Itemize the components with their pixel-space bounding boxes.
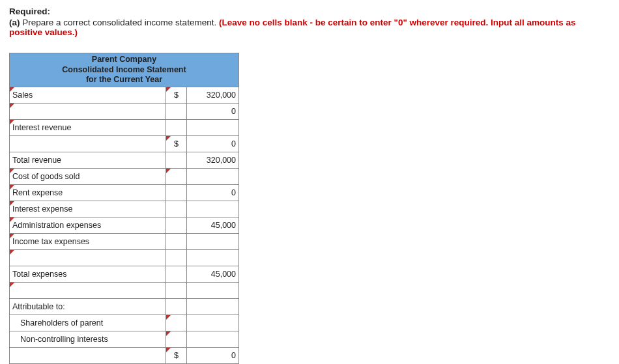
row-blank1-label[interactable] — [10, 103, 166, 119]
row-rent-expense-value[interactable]: 0 — [187, 184, 239, 201]
instruction-line: (a) Prepare a correct consolidated incom… — [9, 18, 610, 37]
row-final-currency[interactable]: $ — [166, 347, 187, 363]
row-interest-revenue-value[interactable] — [187, 119, 239, 135]
row-sales-value[interactable]: 320,000 — [187, 87, 239, 103]
row-attributable-currency — [166, 298, 187, 315]
row-total-expenses-value: 45,000 — [187, 266, 239, 282]
row-blank3-label[interactable] — [10, 249, 166, 266]
row-total-revenue-currency — [166, 152, 187, 168]
row-admin-expenses-label[interactable]: Administration expenses — [10, 217, 166, 233]
row-rent-expense-currency[interactable] — [166, 184, 187, 201]
row-blank4-label[interactable] — [10, 282, 166, 298]
income-statement-table: Parent Company Consolidated Income State… — [9, 53, 239, 364]
required-heading: Required: — [9, 7, 610, 16]
row-attributable-label: Attributable to: — [10, 298, 166, 315]
row-attributable-value — [187, 298, 239, 315]
row-income-tax-value[interactable] — [187, 233, 239, 249]
row-total-revenue-label: Total revenue — [10, 152, 166, 168]
row-admin-expenses-value[interactable]: 45,000 — [187, 217, 239, 233]
row-nci-currency[interactable] — [166, 331, 187, 347]
row-total-revenue-value: 320,000 — [187, 152, 239, 168]
row-interest-expense-currency[interactable] — [166, 201, 187, 217]
row-interest-expense-label[interactable]: Interest expense — [10, 201, 166, 217]
row-blank2-label[interactable] — [10, 135, 166, 152]
header-line3: for the Current Year — [86, 75, 162, 84]
row-sales-currency[interactable]: $ — [166, 87, 187, 103]
row-admin-expenses-currency[interactable] — [166, 217, 187, 233]
row-interest-revenue-currency[interactable] — [166, 119, 187, 135]
row-blank4-currency[interactable] — [166, 282, 187, 298]
row-sales-label[interactable]: Sales — [10, 87, 166, 103]
row-total-expenses-currency — [166, 266, 187, 282]
row-cogs-label[interactable]: Cost of goods sold — [10, 168, 166, 184]
row-nci-value[interactable] — [187, 331, 239, 347]
row-final-value[interactable]: 0 — [187, 347, 239, 363]
row-blank4-value[interactable] — [187, 282, 239, 298]
row-nci-label: Non-controlling interests — [10, 331, 166, 347]
row-final-label — [10, 347, 166, 363]
row-interest-expense-value[interactable] — [187, 201, 239, 217]
row-rent-expense-label[interactable]: Rent expense — [10, 184, 166, 201]
row-total-expenses-label: Total expenses — [10, 266, 166, 282]
row-income-tax-label[interactable]: Income tax expenses — [10, 233, 166, 249]
row-shareholders-currency[interactable] — [166, 315, 187, 331]
row-cogs-value[interactable] — [187, 168, 239, 184]
row-income-tax-currency[interactable] — [166, 233, 187, 249]
row-blank1-currency[interactable] — [166, 103, 187, 119]
row-blank1-value[interactable]: 0 — [187, 103, 239, 119]
row-interest-revenue-label[interactable]: Interest revenue — [10, 119, 166, 135]
header-line2: Consolidated Income Statement — [62, 65, 186, 74]
row-shareholders-label: Shareholders of parent — [10, 315, 166, 331]
row-blank3-value[interactable] — [187, 249, 239, 266]
row-blank3-currency[interactable] — [166, 249, 187, 266]
row-blank2-currency[interactable]: $ — [166, 135, 187, 152]
header-line1: Parent Company — [92, 55, 156, 64]
row-blank2-value[interactable]: 0 — [187, 135, 239, 152]
row-cogs-currency[interactable] — [166, 168, 187, 184]
part-text: Prepare a correct consolidated income st… — [20, 18, 219, 27]
table-header: Parent Company Consolidated Income State… — [10, 53, 239, 87]
part-label: (a) — [9, 18, 20, 27]
row-shareholders-value[interactable] — [187, 315, 239, 331]
